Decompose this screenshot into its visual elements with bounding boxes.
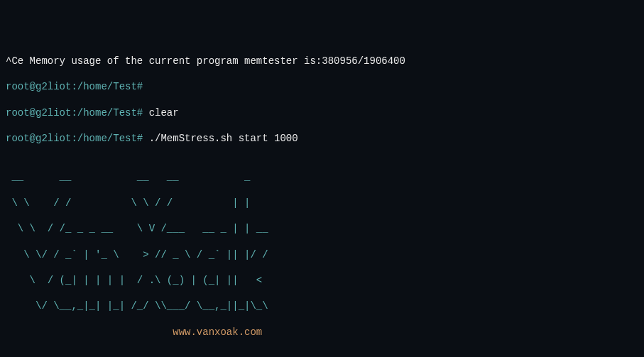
ascii-art-line: __ __ __ __ _ bbox=[6, 170, 638, 183]
ascii-art-line: \ \/ / _` | '_ \ > // _ \ / _` || |/ / bbox=[6, 248, 638, 261]
prompt-line[interactable]: root@g2liot:/home/Test# ./MemStress.sh s… bbox=[6, 132, 638, 145]
ascii-art-line: \ / (_| | | | | / .\ (_) | (_| || < bbox=[6, 274, 638, 287]
url-line: www.vanxoak.com bbox=[6, 326, 638, 339]
prompt-host: root@g2liot:/home/Test# bbox=[6, 133, 143, 144]
ascii-art-line: \ \ / / \ \ / / | | bbox=[6, 197, 638, 209]
separator-line: -------- bbox=[6, 351, 638, 357]
ascii-art-line: \ \ / /_ _ _ __ \ V /___ __ _ | | __ bbox=[6, 222, 638, 235]
ascii-art-line: \/ \__,_|_| |_| /_/ \\___/ \__,_||_|\_\ bbox=[6, 300, 638, 312]
url-text: www.vanxoak.com bbox=[173, 326, 262, 338]
command-text: clear bbox=[143, 107, 178, 119]
command-text: ./MemStress.sh start 1000 bbox=[143, 133, 298, 144]
output-line: ^Ce Memory usage of the current program … bbox=[6, 55, 638, 67]
prompt-line[interactable]: root@g2liot:/home/Test# bbox=[6, 80, 638, 93]
prompt-host: root@g2liot:/home/Test# bbox=[6, 81, 143, 92]
prompt-host: root@g2liot:/home/Test# bbox=[6, 107, 143, 119]
prompt-line[interactable]: root@g2liot:/home/Test# clear bbox=[6, 106, 638, 119]
